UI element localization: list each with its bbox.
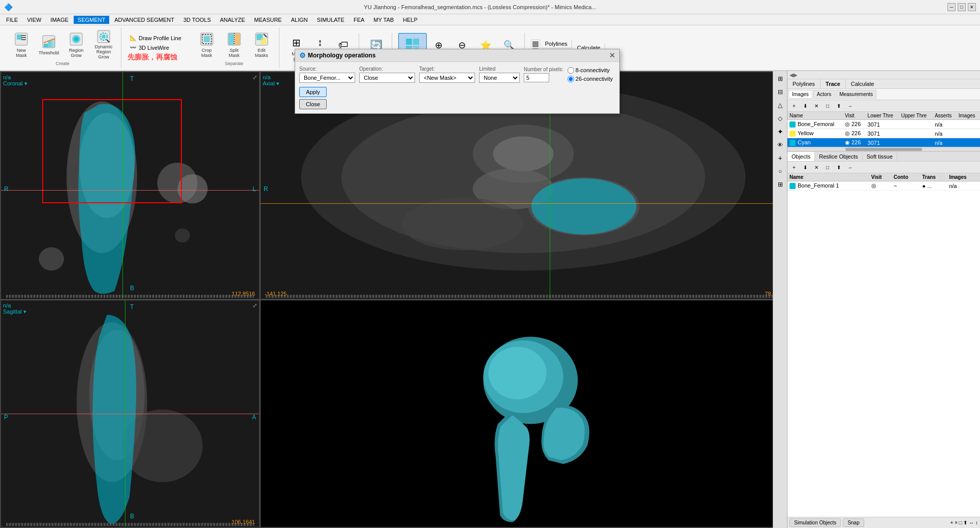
chinese-label: 先膨胀，再腐蚀 [128, 53, 183, 62]
menu-measure[interactable]: MEASURE [250, 16, 286, 24]
masks-table: Name Visit Lower Thre Upper Thre Asserts… [787, 112, 980, 147]
exp-obj-btn[interactable]: ⬆ [834, 163, 843, 172]
multiple-icon: ⊞ [289, 35, 305, 51]
region-grow-label: RegionGrow [69, 48, 84, 58]
arr-obj-btn[interactable]: → [845, 163, 855, 172]
menu-mytab[interactable]: MY TAB [369, 16, 398, 24]
menu-view[interactable]: VIEW [23, 16, 45, 24]
simulation-objects-btn[interactable]: Simulation Objects [789, 518, 841, 527]
calculate-tab-btn[interactable]: Calculate [846, 79, 879, 88]
restore-obj-btn[interactable]: □ [823, 163, 832, 172]
side-star-icon[interactable]: ✦ [775, 126, 786, 137]
new-mask-button[interactable]: NewMask [8, 29, 35, 59]
polylines-tab-btn[interactable]: Polylines [787, 79, 820, 88]
menu-analyze[interactable]: ANALYZE [216, 16, 249, 24]
menu-help[interactable]: HELP [399, 16, 422, 24]
measurements-tab[interactable]: Measurements [836, 90, 876, 99]
dynamic-region-button[interactable]: DynamicRegionGrow [90, 29, 117, 59]
images-tab[interactable]: Images [788, 90, 812, 99]
soft-tissue-tab[interactable]: Soft tissue [863, 152, 897, 161]
window-title: YU JIanhong - Femoralhead_segmentation.m… [13, 4, 947, 10]
apply-button[interactable]: Apply [299, 87, 327, 97]
morph-close-btn[interactable]: ✕ [609, 51, 615, 59]
menu-align[interactable]: ALIGN [287, 16, 312, 24]
menu-advanced-segment[interactable]: ADVANCED SEGMENT [110, 16, 178, 24]
table-row[interactable]: Bone_Femoral 1 ◎ ~ ● ... n/a [787, 181, 980, 191]
table-row[interactable]: Yellow ◎ 226 3071 n/a [787, 129, 980, 138]
masks-scrollbar[interactable] [787, 147, 980, 151]
livewire-button[interactable]: 〰️ 3D LiveWire [128, 43, 183, 52]
viewport-3d[interactable]: ⤢ [260, 300, 787, 529]
edit-masks-button[interactable]: EditMasks [248, 29, 275, 59]
side-fit-icon[interactable]: ⊟ [775, 86, 786, 98]
menu-image[interactable]: IMAGE [46, 16, 72, 24]
separate-group: CropMask SplitMask EditMasks Separate [189, 27, 279, 68]
polylines-tab[interactable]: Polylines [541, 40, 572, 48]
coronal-label: n/a Coronal ▾ [3, 74, 27, 87]
viewport-coronal[interactable]: n/a Coronal ▾ 112.8516 R L T B ⤢ [0, 71, 260, 300]
download-btn[interactable]: ⬇ [801, 101, 810, 110]
sagittal-b: B [130, 513, 134, 520]
side-circle-icon[interactable]: ○ [775, 166, 786, 177]
table-row[interactable]: Bone_Femoral ◎ 226 3071 n/a [787, 120, 980, 129]
obj-trans: ● ... [920, 181, 947, 191]
side-triangle-icon[interactable]: △ [775, 100, 786, 111]
side-eye-icon[interactable]: 👁 [775, 139, 786, 150]
trace-tab-btn[interactable]: Trace [820, 79, 846, 88]
menu-fea[interactable]: FEA [350, 16, 368, 24]
source-select[interactable]: Bone_Femor... [299, 73, 355, 83]
minimize-button[interactable]: ─ [947, 3, 956, 11]
limited-select[interactable]: None [479, 73, 520, 83]
dl-obj-btn[interactable]: ⬇ [801, 163, 810, 172]
morphology-dialog: ⚙ Morphology operations ✕ Source: Bone_F… [295, 49, 620, 114]
menu-3d-tools[interactable]: 3D TOOLS [179, 16, 215, 24]
mask-images [957, 138, 980, 147]
expand-mask-btn[interactable]: ⬆ [834, 101, 843, 110]
snap-btn[interactable]: Snap [843, 518, 864, 527]
limited-field: Limited None [479, 66, 520, 83]
add-mask-btn[interactable]: + [789, 101, 799, 110]
objects-tab[interactable]: Objects [787, 152, 815, 161]
side-grid-icon[interactable]: ⊞ [775, 73, 786, 84]
reslice-tab[interactable]: Reslice Objects [815, 152, 862, 161]
coronal-l: L [252, 185, 256, 193]
sagittal-expand[interactable]: ⤢ [252, 302, 257, 309]
mask-visit: ◎ 226 [843, 129, 866, 138]
split-mask-button[interactable]: SplitMask [221, 29, 247, 59]
arrow-mask-btn[interactable]: → [845, 101, 855, 110]
split-mask-icon [226, 31, 242, 47]
pixels-input[interactable] [524, 73, 549, 82]
side-grid2-icon[interactable]: ⊞ [775, 179, 786, 190]
sagittal-t: T [130, 303, 134, 310]
connectivity-26-radio[interactable]: 26-connectivity [567, 76, 613, 82]
close-button[interactable]: ✕ [968, 3, 976, 11]
new-mask-icon [13, 31, 29, 47]
delete-mask-btn[interactable]: ✕ [812, 101, 821, 110]
draw-profile-button[interactable]: 📐 Draw Profile Line [128, 34, 183, 42]
table-row[interactable]: Cyan ◉ 226 3071 n/a [787, 138, 980, 147]
close-dialog-button[interactable]: Close [299, 99, 327, 109]
side-plus-icon[interactable]: + [775, 152, 786, 164]
restore-mask-btn[interactable]: □ [823, 101, 832, 110]
crop-mask-button[interactable]: CropMask [194, 29, 220, 59]
threshold-button[interactable]: Threshold [36, 29, 62, 59]
menu-file[interactable]: FILE [2, 16, 22, 24]
add-obj-btn[interactable]: + [789, 163, 799, 172]
actors-tab[interactable]: Actors [813, 90, 835, 99]
connectivity-8-radio[interactable]: 8-connectivity [567, 67, 613, 74]
masks-toolbar: ◀▶ [787, 71, 980, 79]
target-select[interactable]: <New Mask> [419, 73, 475, 83]
scale-bar-coronal [6, 295, 254, 298]
coronal-expand[interactable]: ⤢ [252, 74, 257, 81]
masks-icon-row: + ⬇ ✕ □ ⬆ → [787, 100, 980, 112]
region-grow-button[interactable]: RegionGrow [63, 29, 89, 59]
side-diamond-icon[interactable]: ◇ [775, 113, 786, 124]
del-obj-btn[interactable]: ✕ [812, 163, 821, 172]
operation-select[interactable]: Close [359, 73, 415, 83]
restore-button[interactable]: □ [958, 3, 966, 11]
menu-segment[interactable]: SEGMENT [74, 16, 109, 24]
sim-snap-bar: Simulation Objects Snap + × □ ⬆ ↔ ↕ [787, 517, 980, 528]
panel-collapse[interactable]: ◀▶ [789, 72, 798, 78]
viewport-sagittal[interactable]: n/a Sagittal ▾ 106.1641 P A T B ⤢ [0, 300, 260, 529]
menu-simulate[interactable]: SIMULATE [313, 16, 349, 24]
